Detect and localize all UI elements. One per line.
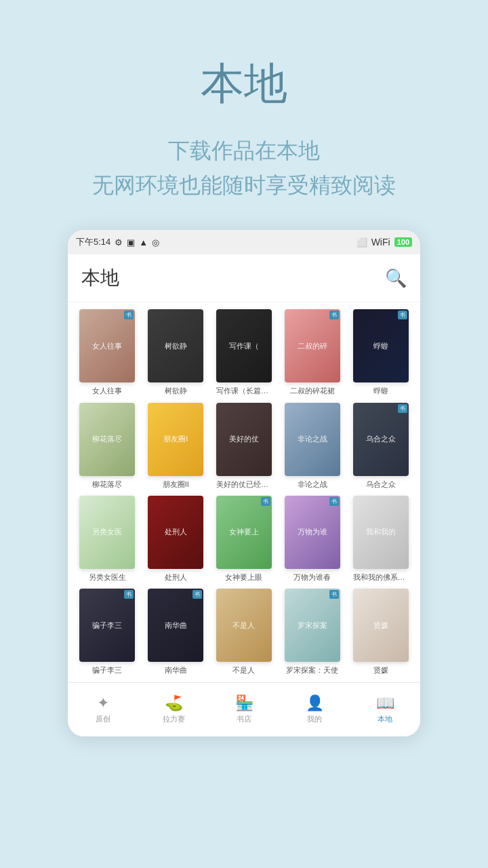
bottom-nav: ✦原创⛳拉力赛🏪书店👤我的📖本地 [68, 682, 420, 736]
book-cover: 书万物为谁 [285, 496, 340, 569]
nav-icon-原创: ✦ [97, 694, 109, 712]
book-cover: 处刑人 [148, 496, 203, 569]
book-badge: 书 [398, 404, 407, 413]
book-title: 不是人 [232, 665, 255, 675]
nav-item-本地[interactable]: 📖本地 [350, 683, 420, 736]
book-badge: 书 [398, 311, 407, 319]
book-item[interactable]: 书女人往事女人往事 [76, 309, 139, 395]
book-cover: 书女神要上 [216, 496, 272, 569]
book-title: 树欲静 [165, 386, 187, 395]
hero-section: 本地 下载作品在本地 无网环境也能随时享受精致阅读 [0, 0, 488, 230]
book-item[interactable]: 不是人不是人 [213, 589, 276, 675]
nav-label-拉力赛: 拉力赛 [163, 714, 185, 724]
nav-label-本地: 本地 [378, 714, 392, 724]
phone-mockup: 下午5:14 ⚙ ▣ ▲ ◎ ⬜ WiFi 100 本地 🔍 书女人往事女人往事… [68, 230, 420, 736]
status-icon-2: ▣ [127, 237, 135, 248]
hero-title: 本地 [201, 54, 287, 113]
nav-item-原创[interactable]: ✦原创 [68, 683, 138, 736]
book-badge: 书 [124, 311, 134, 319]
book-item[interactable]: 我和我的我和我的佛系老公 [349, 496, 412, 582]
book-cover: 书罗宋探案 [285, 589, 340, 662]
book-item[interactable]: 书万物为谁万物为谁春 [281, 496, 344, 582]
nav-item-书店[interactable]: 🏪书店 [209, 683, 279, 736]
book-item[interactable]: 柳花落尽柳花落尽 [76, 403, 139, 489]
book-item[interactable]: 另类女医另类女医生 [76, 496, 139, 582]
search-button[interactable]: 🔍 [385, 268, 407, 289]
book-badge: 书 [329, 590, 339, 599]
book-badge: 书 [261, 497, 270, 506]
book-item[interactable]: 书蜉蝣蜉蝣 [349, 309, 412, 395]
book-title: 南华曲 [165, 665, 187, 675]
book-title: 美好的仗已经打完了 [216, 479, 272, 489]
book-cover: 不是人 [216, 589, 272, 662]
book-item[interactable]: 书罗宋探案罗宋探案：天使 [281, 589, 344, 675]
wifi-icon: WiFi [371, 237, 390, 248]
book-title: 二叔的碎花裙 [290, 386, 335, 395]
nav-icon-本地: 📖 [376, 694, 394, 712]
nav-icon-书店: 🏪 [235, 694, 253, 712]
status-icon-4: ◎ [152, 237, 159, 248]
book-item[interactable]: 书女神要上女神要上眼 [213, 496, 276, 582]
book-item[interactable]: 朋友圈I朋友圈II [144, 403, 207, 489]
book-cover: 另类女医 [79, 496, 135, 569]
book-cover: 书乌合之众 [353, 403, 409, 476]
books-grid: 书女人往事女人往事树欲静树欲静写作课（写作课（长篇版）书二叔的碎二叔的碎花裙书蜉… [68, 302, 420, 682]
status-right: ⬜ WiFi 100 [357, 237, 412, 248]
book-title: 写作课（长篇版） [216, 386, 272, 395]
book-item[interactable]: 树欲静树欲静 [144, 309, 207, 395]
book-cover: 书二叔的碎 [285, 309, 340, 382]
book-title: 贤媛 [373, 665, 388, 675]
nav-item-我的[interactable]: 👤我的 [279, 683, 350, 736]
book-cover: 书骗子李三 [79, 589, 135, 662]
book-title: 乌合之众 [366, 479, 396, 489]
app-header: 本地 🔍 [68, 254, 420, 302]
book-title: 我和我的佛系老公 [353, 572, 409, 582]
screen-icon: ⬜ [357, 237, 367, 248]
battery-indicator: 100 [394, 237, 412, 247]
book-cover: 写作课（ [216, 309, 272, 382]
nav-icon-我的: 👤 [306, 694, 324, 712]
book-title: 非论之战 [298, 479, 327, 489]
status-bar: 下午5:14 ⚙ ▣ ▲ ◎ ⬜ WiFi 100 [68, 230, 420, 254]
book-cover: 非论之战 [285, 403, 340, 476]
book-item[interactable]: 书骗子李三骗子李三 [76, 589, 139, 675]
book-item[interactable]: 书南华曲南华曲 [144, 589, 207, 675]
book-badge: 书 [329, 311, 339, 319]
hero-description: 下载作品在本地 无网环境也能随时享受精致阅读 [92, 134, 396, 203]
book-badge: 书 [192, 590, 202, 599]
book-title: 朋友圈II [163, 479, 189, 489]
book-item[interactable]: 处刑人处刑人 [144, 496, 207, 582]
book-cover: 贤媛 [353, 589, 409, 662]
book-item[interactable]: 贤媛贤媛 [349, 589, 412, 675]
book-cover: 我和我的 [353, 496, 409, 569]
book-title: 另类女医生 [89, 572, 126, 582]
book-title: 处刑人 [165, 572, 187, 582]
book-title: 蜉蝣 [373, 386, 388, 395]
book-item[interactable]: 美好的仗美好的仗已经打完了 [213, 403, 276, 489]
nav-icon-拉力赛: ⛳ [165, 694, 183, 712]
nav-item-拉力赛[interactable]: ⛳拉力赛 [138, 683, 209, 736]
book-cover: 朋友圈I [148, 403, 203, 476]
book-item[interactable]: 写作课（写作课（长篇版） [213, 309, 276, 395]
page-title: 本地 [81, 265, 119, 291]
status-time: 下午5:14 [76, 236, 110, 248]
book-title: 女人往事 [92, 386, 122, 395]
book-cover: 美好的仗 [216, 403, 272, 476]
nav-label-原创: 原创 [96, 714, 110, 724]
book-item[interactable]: 非论之战非论之战 [281, 403, 344, 489]
book-title: 骗子李三 [92, 665, 122, 675]
nav-label-书店: 书店 [237, 714, 251, 724]
book-title: 女神要上眼 [225, 572, 262, 582]
book-cover: 书女人往事 [79, 309, 135, 382]
book-badge: 书 [124, 590, 134, 599]
book-title: 万物为谁春 [293, 572, 331, 582]
book-cover: 树欲静 [148, 309, 203, 382]
status-icon-3: ▲ [139, 237, 148, 248]
book-title: 柳花落尽 [92, 479, 122, 489]
book-title: 罗宋探案：天使 [286, 665, 338, 675]
book-item[interactable]: 书乌合之众乌合之众 [349, 403, 412, 489]
status-icon-1: ⚙ [115, 237, 123, 248]
status-left: 下午5:14 ⚙ ▣ ▲ ◎ [76, 236, 159, 248]
nav-label-我的: 我的 [307, 714, 322, 724]
book-item[interactable]: 书二叔的碎二叔的碎花裙 [281, 309, 344, 395]
